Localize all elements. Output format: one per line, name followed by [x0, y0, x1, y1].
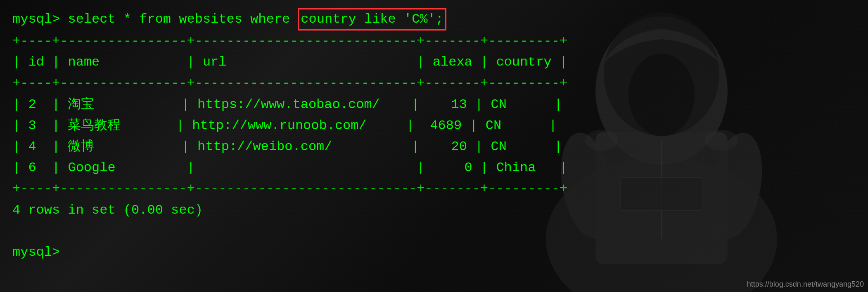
watermark: https://blog.csdn.net/twangyang520 — [747, 280, 864, 289]
table-row: | 3 | 菜鸟教程 | http://www.runoob.com/ | 46… — [12, 115, 856, 136]
terminal-window: mysql> select * from websites where coun… — [0, 0, 868, 271]
table-header: | id | name | url | alexa | country | — [12, 52, 856, 73]
mysql-prompt-1: mysql> — [12, 9, 68, 29]
empty-line — [12, 221, 856, 242]
table-separator-top: +----+----------------+-----------------… — [12, 31, 856, 52]
command-before-highlight: select * from websites where — [68, 9, 298, 29]
result-count: 4 rows in set (0.00 sec) — [12, 200, 856, 221]
highlighted-text: country like 'C%'; — [298, 8, 446, 31]
table-separator-bottom: +----+----------------+-----------------… — [12, 178, 856, 199]
table-separator-mid: +----+----------------+-----------------… — [12, 73, 856, 94]
table-row: | 4 | 微博 | http://weibo.com/ | 20 | CN | — [12, 136, 856, 157]
table-row: | 2 | 淘宝 | https://www.taobao.com/ | 13 … — [12, 94, 856, 115]
table-row: | 6 | Google | | 0 | China | — [12, 157, 856, 178]
command-line: mysql> select * from websites where coun… — [12, 8, 856, 31]
mysql-prompt-2: mysql> — [12, 242, 856, 263]
